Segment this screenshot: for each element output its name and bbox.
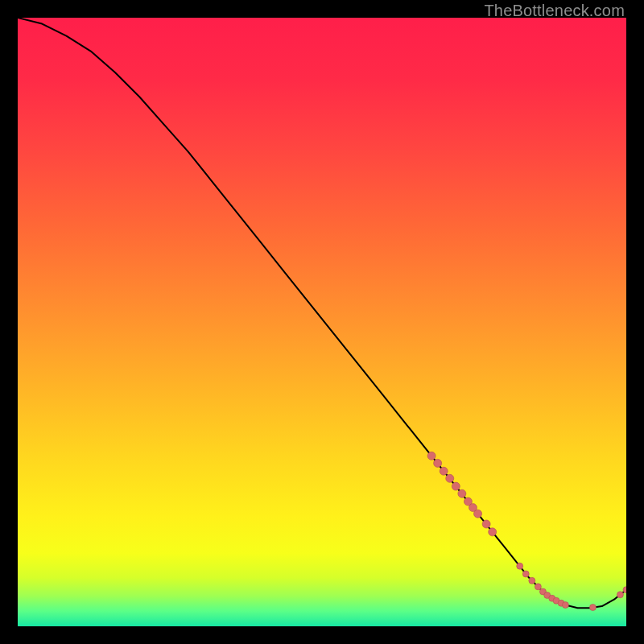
chart-background-gradient: [18, 18, 626, 626]
chart-marker: [458, 489, 466, 497]
chart-marker: [535, 584, 541, 590]
chart-marker: [617, 592, 623, 598]
chart-marker: [482, 520, 490, 528]
chart-marker: [427, 452, 436, 460]
chart-marker: [452, 482, 460, 490]
chart-marker: [434, 459, 442, 467]
chart-plot-area: [18, 18, 626, 626]
chart-stage: TheBottleneck.com: [0, 0, 644, 644]
chart-marker: [474, 510, 482, 518]
chart-marker: [562, 602, 568, 609]
chart-marker: [517, 563, 523, 569]
chart-marker: [589, 605, 596, 611]
chart-marker: [529, 577, 535, 584]
chart-svg: [18, 18, 626, 626]
chart-marker: [522, 571, 529, 577]
chart-marker: [440, 467, 448, 475]
chart-marker: [446, 474, 454, 482]
chart-marker: [489, 528, 497, 536]
